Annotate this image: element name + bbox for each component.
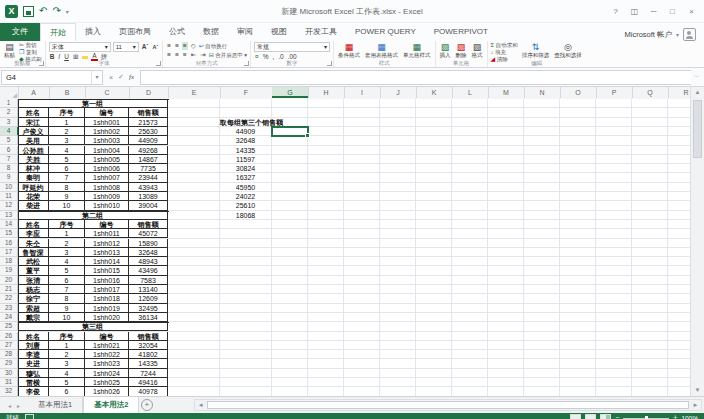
minimize-icon[interactable]: ─ bbox=[645, 4, 662, 19]
cell-C16[interactable]: 1shh012 bbox=[85, 239, 129, 248]
row-header-9[interactable]: 9 bbox=[0, 173, 18, 182]
cell-A22[interactable]: 徐宁 bbox=[18, 294, 49, 303]
cell-D10[interactable]: 43943 bbox=[129, 183, 168, 192]
cell-A13[interactable]: 第二组 bbox=[18, 211, 168, 220]
number-format-select[interactable]: 常规▾ bbox=[254, 42, 330, 52]
cell-D14[interactable]: 销售额 bbox=[129, 220, 168, 229]
cell-A6[interactable]: 公孙胜 bbox=[18, 146, 49, 155]
row-header-21[interactable]: 21 bbox=[0, 285, 18, 294]
column-header-C[interactable]: C bbox=[85, 87, 130, 98]
cell-D31[interactable]: 49416 bbox=[129, 378, 168, 387]
row-header-29[interactable]: 29 bbox=[0, 359, 18, 368]
cell-D21[interactable]: 13140 bbox=[129, 285, 168, 294]
cell-A4[interactable]: 卢俊义 bbox=[18, 127, 49, 136]
merge-center-button[interactable]: ⊟ 合并后居中 ▾ bbox=[209, 52, 247, 58]
cell-A5[interactable]: 吴用 bbox=[18, 136, 49, 145]
cell-F9[interactable]: 16327 bbox=[220, 173, 271, 181]
column-header-Q[interactable]: Q bbox=[632, 87, 669, 98]
cell-D8[interactable]: 7735 bbox=[129, 164, 168, 173]
cell-C17[interactable]: 1shh013 bbox=[85, 248, 129, 257]
tab-POWER QUERY[interactable]: POWER QUERY bbox=[346, 23, 425, 41]
restore-icon[interactable]: □ bbox=[664, 4, 681, 19]
cell-A18[interactable]: 武松 bbox=[18, 257, 49, 266]
tab-公式[interactable]: 公式 bbox=[160, 23, 194, 41]
cell-D11[interactable]: 13089 bbox=[129, 192, 168, 201]
cell-D16[interactable]: 15890 bbox=[129, 239, 168, 248]
row-header-14[interactable]: 14 bbox=[0, 220, 18, 229]
cell-C32[interactable]: 1shh026 bbox=[85, 387, 129, 396]
tab-POWERPIVOT[interactable]: POWERPIVOT bbox=[425, 23, 497, 41]
vertical-scroll-thumb[interactable] bbox=[693, 100, 702, 158]
tab-页面布局[interactable]: 页面布局 bbox=[110, 23, 160, 41]
macro-record-icon[interactable] bbox=[25, 414, 34, 419]
cell-C15[interactable]: 1shh011 bbox=[85, 229, 129, 238]
column-header-L[interactable]: L bbox=[452, 87, 489, 98]
name-box-dropdown-icon[interactable]: ▾ bbox=[91, 71, 102, 84]
name-box[interactable]: G4 ▾ bbox=[1, 70, 103, 85]
cell-D30[interactable]: 7244 bbox=[129, 369, 168, 378]
expand-formula-bar-icon[interactable]: ﹀ bbox=[691, 73, 703, 82]
tab-file[interactable]: 文件 bbox=[0, 23, 40, 41]
row-header-3[interactable]: 3 bbox=[0, 118, 18, 127]
select-all-button[interactable]: ◢ bbox=[0, 87, 19, 98]
zoom-slider[interactable] bbox=[623, 418, 669, 419]
cell-B17[interactable]: 3 bbox=[49, 248, 85, 257]
cell-C20[interactable]: 1shh016 bbox=[85, 276, 129, 285]
row-header-18[interactable]: 18 bbox=[0, 257, 18, 266]
cell-A1[interactable]: 第一组 bbox=[18, 99, 168, 108]
cut-button[interactable]: ✂ 剪切 bbox=[19, 42, 42, 48]
column-header-D[interactable]: D bbox=[129, 87, 169, 98]
insert-cells-button[interactable]: ▧ 插入 bbox=[439, 42, 452, 58]
zoom-level[interactable]: 100% bbox=[681, 415, 698, 419]
cell-A15[interactable]: 李应 bbox=[18, 229, 49, 238]
cell-C12[interactable]: 1shh010 bbox=[85, 201, 129, 210]
close-icon[interactable]: × bbox=[683, 4, 700, 19]
enter-entry-icon[interactable]: ✓ bbox=[118, 73, 124, 81]
tab-插入[interactable]: 插入 bbox=[76, 23, 110, 41]
wrap-text-button[interactable]: ↩ 自动换行 bbox=[199, 43, 228, 49]
sheet-tab-基本用法2[interactable]: 基本用法2 bbox=[83, 397, 139, 413]
decrease-indent-icon[interactable]: ⇤ bbox=[190, 51, 197, 59]
row-header-4[interactable]: 4 bbox=[0, 127, 19, 136]
qat-customize-icon[interactable]: ▾ bbox=[66, 8, 69, 15]
alignment-dialog-launcher[interactable] bbox=[244, 61, 249, 66]
cell-D5[interactable]: 44909 bbox=[129, 136, 168, 145]
cell-B18[interactable]: 4 bbox=[49, 257, 85, 266]
cell-B19[interactable]: 5 bbox=[49, 266, 85, 275]
cell-A24[interactable]: 戴宗 bbox=[18, 313, 49, 322]
undo-icon[interactable]: ↶ bbox=[39, 5, 47, 17]
cell-F5[interactable]: 32648 bbox=[220, 136, 271, 144]
cell-A31[interactable]: 雷横 bbox=[18, 378, 49, 387]
cell-D7[interactable]: 14867 bbox=[129, 155, 168, 164]
row-header-22[interactable]: 22 bbox=[0, 294, 18, 303]
cell-B28[interactable]: 2 bbox=[49, 350, 85, 359]
cell-D4[interactable]: 25630 bbox=[129, 127, 168, 136]
selected-cell-G4[interactable] bbox=[271, 126, 309, 137]
cell-A12[interactable]: 柴进 bbox=[18, 201, 49, 210]
column-header-M[interactable]: M bbox=[488, 87, 525, 98]
redo-icon[interactable]: ↷ bbox=[52, 5, 60, 17]
cell-C6[interactable]: 1shh004 bbox=[85, 146, 129, 155]
cell-A21[interactable]: 杨志 bbox=[18, 285, 49, 294]
cell-B8[interactable]: 6 bbox=[49, 164, 85, 173]
cell-F10[interactable]: 45950 bbox=[220, 183, 271, 191]
row-header-13[interactable]: 13 bbox=[0, 211, 18, 220]
cell-C3[interactable]: 1shh001 bbox=[85, 118, 129, 127]
cell-C19[interactable]: 1shh015 bbox=[85, 266, 129, 275]
column-header-I[interactable]: I bbox=[344, 87, 381, 98]
row-header-24[interactable]: 24 bbox=[0, 313, 18, 322]
cell-A9[interactable]: 秦明 bbox=[18, 173, 49, 182]
cell-C30[interactable]: 1shh024 bbox=[85, 369, 129, 378]
cell-A29[interactable]: 史进 bbox=[18, 359, 49, 368]
cell-D15[interactable]: 45072 bbox=[129, 229, 168, 238]
cell-A2[interactable]: 姓名 bbox=[18, 108, 49, 117]
cell-C5[interactable]: 1shh003 bbox=[85, 136, 129, 145]
cell-D26[interactable]: 销售额 bbox=[129, 332, 168, 341]
cell-F13[interactable]: 18068 bbox=[220, 211, 271, 219]
tab-开发工具[interactable]: 开发工具 bbox=[296, 23, 346, 41]
cell-A17[interactable]: 鲁智深 bbox=[18, 248, 49, 257]
column-header-P[interactable]: P bbox=[596, 87, 633, 98]
horizontal-scroll-thumb[interactable] bbox=[207, 401, 689, 409]
cell-D23[interactable]: 32495 bbox=[129, 304, 168, 313]
column-header-E[interactable]: E bbox=[168, 87, 221, 98]
